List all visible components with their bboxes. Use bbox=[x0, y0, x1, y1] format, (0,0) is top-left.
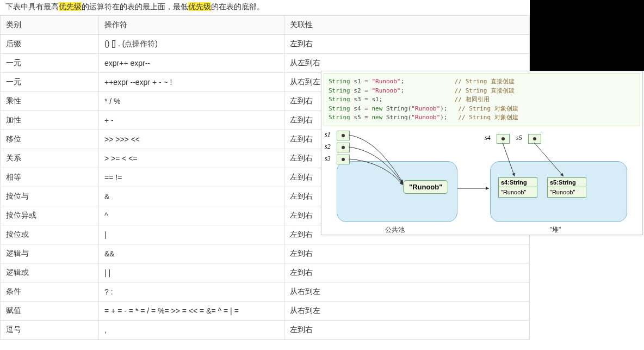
string-pool-label: 公共池 bbox=[379, 225, 411, 235]
variable-label-s4: s4 bbox=[485, 134, 491, 142]
table-cell: 赋值 bbox=[1, 302, 99, 321]
table-cell: 从右到左 bbox=[284, 283, 530, 302]
memory-diagram: 公共池 "堆" "Runoob" s4:String "Runoob" s5:S… bbox=[321, 128, 642, 235]
variable-label-s1: s1 bbox=[325, 131, 331, 139]
table-cell: + - bbox=[99, 111, 284, 130]
code-example-block: String s1 = "Runoob"; // String 直接创建 Str… bbox=[324, 73, 640, 126]
variable-box-s4 bbox=[497, 134, 510, 144]
table-cell: | | bbox=[99, 263, 284, 283]
table-cell: ++expr --expr + - ~ ! bbox=[99, 73, 284, 92]
pooled-string-object: "Runoob" bbox=[403, 180, 448, 194]
intro-text: 下表中具有最高优先级的运算符在的表的最上面，最低优先级的在表的底部。 bbox=[0, 0, 530, 15]
table-cell: 后缀 bbox=[1, 35, 99, 54]
variable-box-s5 bbox=[528, 134, 541, 144]
heap-object-value: "Runoob" bbox=[548, 187, 586, 197]
table-cell: 移位 bbox=[1, 130, 99, 149]
table-cell: 从左到右 bbox=[284, 54, 530, 73]
intro-text-part: 下表中具有最高 bbox=[5, 2, 59, 11]
table-cell: > >= < <= bbox=[99, 149, 284, 168]
table-cell: 乘性 bbox=[1, 92, 99, 111]
table-cell: 条件 bbox=[1, 283, 99, 302]
heap-object-value: "Runoob" bbox=[499, 187, 537, 197]
highlighted-text: 优先级 bbox=[59, 2, 82, 11]
variable-box-s3 bbox=[337, 155, 350, 164]
header-operators: 操作符 bbox=[99, 16, 284, 35]
table-header-row: 类别 操作符 关联性 bbox=[1, 16, 530, 35]
table-cell: 按位或 bbox=[1, 225, 99, 244]
table-cell: 左到右 bbox=[284, 35, 530, 54]
table-cell: 逻辑与 bbox=[1, 244, 99, 263]
table-cell: ^ bbox=[99, 206, 284, 225]
table-cell: && bbox=[99, 244, 284, 263]
reference-dot-icon bbox=[342, 146, 345, 149]
table-cell: , bbox=[99, 321, 284, 340]
reference-dot-icon bbox=[533, 137, 536, 140]
table-cell: 逻辑或 bbox=[1, 263, 99, 283]
table-row: 一元expr++ expr--从左到右 bbox=[1, 54, 530, 73]
variable-label-s3: s3 bbox=[325, 155, 331, 163]
string-memory-diagram-overlay: String s1 = "Runoob"; // String 直接创建 Str… bbox=[321, 71, 643, 235]
table-cell: == != bbox=[99, 168, 284, 187]
table-cell: & bbox=[99, 187, 284, 206]
variable-label-s2: s2 bbox=[325, 143, 331, 151]
table-row: 后缀() [] . (点操作符)左到右 bbox=[1, 35, 530, 54]
reference-dot-icon bbox=[501, 137, 505, 140]
table-cell: 从右到左 bbox=[284, 302, 530, 321]
header-category: 类别 bbox=[1, 16, 99, 35]
table-row: 逗号,左到右 bbox=[1, 321, 530, 340]
table-cell: 左到右 bbox=[284, 321, 530, 340]
table-cell: 加性 bbox=[1, 111, 99, 130]
table-cell: 按位与 bbox=[1, 187, 99, 206]
table-cell: 按位异或 bbox=[1, 206, 99, 225]
table-cell: | bbox=[99, 225, 284, 244]
variable-box-s2 bbox=[337, 143, 350, 152]
table-cell: = + = - = * = / = %= >> = << = &= ^ = | … bbox=[99, 302, 284, 321]
table-row: 逻辑与&&左到右 bbox=[1, 244, 530, 263]
table-cell: * / % bbox=[99, 92, 284, 111]
intro-text-part: 的运算符在的表的最上面，最低 bbox=[82, 2, 188, 11]
variable-label-s5: s5 bbox=[516, 134, 522, 142]
heap-object-header: s5:String bbox=[548, 178, 586, 187]
header-associativity: 关联性 bbox=[284, 16, 530, 35]
table-cell: 逗号 bbox=[1, 321, 99, 340]
heap-object-header: s4:String bbox=[499, 178, 537, 187]
heap-object-s4: s4:String "Runoob" bbox=[498, 177, 537, 198]
table-cell: 一元 bbox=[1, 73, 99, 92]
heap-label: "堆" bbox=[539, 225, 572, 235]
highlighted-text: 优先级 bbox=[188, 2, 211, 11]
black-background-strip bbox=[530, 0, 644, 71]
reference-dot-icon bbox=[342, 134, 345, 137]
table-cell: 关系 bbox=[1, 149, 99, 168]
intro-text-part: 的在表的底部。 bbox=[211, 2, 264, 11]
heap-object-s5: s5:String "Runoob" bbox=[547, 177, 586, 198]
table-cell: 相等 bbox=[1, 168, 99, 187]
table-cell: 左到右 bbox=[284, 244, 530, 263]
table-cell: >> >>> << bbox=[99, 130, 284, 149]
table-cell: 一元 bbox=[1, 54, 99, 73]
reference-dot-icon bbox=[342, 158, 345, 161]
table-cell: 左到右 bbox=[284, 263, 530, 283]
table-cell: expr++ expr-- bbox=[99, 54, 284, 73]
variable-box-s1 bbox=[337, 131, 350, 140]
table-row: 逻辑或| |左到右 bbox=[1, 263, 530, 283]
table-cell: ? : bbox=[99, 283, 284, 302]
table-row: 赋值= + = - = * = / = %= >> = << = &= ^ = … bbox=[1, 302, 530, 321]
table-row: 条件? :从右到左 bbox=[1, 283, 530, 302]
table-cell: () [] . (点操作符) bbox=[99, 35, 284, 54]
